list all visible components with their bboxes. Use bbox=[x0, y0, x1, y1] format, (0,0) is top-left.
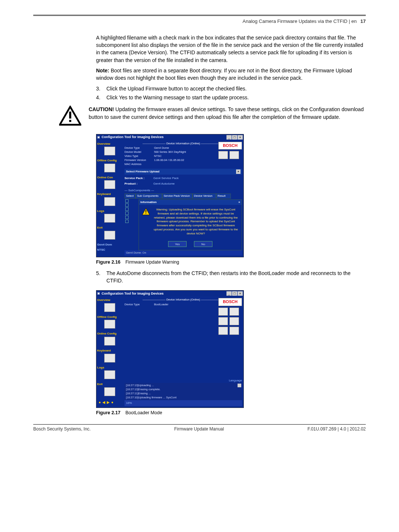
checkbox[interactable] bbox=[125, 199, 129, 203]
note-label: Note: bbox=[96, 68, 109, 73]
paragraph-intro: A highlighted filename with a check mark… bbox=[96, 34, 366, 64]
online-config-icon[interactable] bbox=[104, 180, 115, 189]
titlebar: ▣ Configuration Tool for Imaging Devices… bbox=[96, 291, 243, 296]
save-button[interactable] bbox=[229, 151, 239, 159]
dialog-close-button[interactable]: × bbox=[238, 200, 240, 205]
exit-icon[interactable] bbox=[104, 387, 115, 396]
log-line: [18:27:10]Uploading firmware ... SysCont bbox=[126, 396, 241, 400]
status-bar: Gen4 Dome: On bbox=[125, 250, 242, 256]
download-button[interactable] bbox=[218, 317, 228, 325]
checkbox[interactable] bbox=[125, 220, 129, 223]
step-text: Click Yes to the Warning message to star… bbox=[106, 94, 249, 101]
panel-close-button[interactable]: × bbox=[236, 169, 241, 174]
subcomponents-label: — SubComponents — bbox=[125, 188, 242, 193]
page-footer: Bosch Security Systems, Inc. Firmware Up… bbox=[33, 426, 366, 432]
step-4: 4. Click Yes to the Warning message to s… bbox=[96, 94, 366, 101]
no-button[interactable]: No bbox=[194, 241, 212, 247]
close-button[interactable]: × bbox=[238, 291, 243, 296]
sidebar-item-exit[interactable]: Exit bbox=[97, 226, 122, 230]
app-icon: ▣ bbox=[97, 135, 100, 140]
open-folder-button[interactable] bbox=[218, 308, 228, 316]
step-5: 5. The AutoDome disconnects from the CTF… bbox=[96, 270, 366, 285]
tool-button-1[interactable] bbox=[218, 327, 228, 335]
footer-center: Firmware Update Manual bbox=[174, 426, 224, 432]
checkbox[interactable] bbox=[125, 203, 129, 207]
window-title: Configuration Tool for Imaging Devices bbox=[102, 291, 226, 296]
checkbox[interactable] bbox=[125, 207, 129, 211]
caution-text: Updating the firmware erases all device … bbox=[89, 106, 364, 120]
table-header: Select Sub Components Service Pack Versi… bbox=[125, 193, 242, 199]
logs-icon[interactable] bbox=[104, 214, 115, 223]
maximize-button[interactable]: □ bbox=[232, 291, 237, 296]
checkbox[interactable] bbox=[125, 212, 129, 215]
sidebar-item-online[interactable]: Online Config bbox=[97, 332, 122, 336]
sidebar-item-overview[interactable]: Overview bbox=[97, 298, 122, 302]
main-panel: BOSCH ------------------------- Device I… bbox=[123, 140, 243, 257]
sidebar-item-gen4: Gen4 Dom bbox=[97, 243, 122, 247]
figure-title: BootLoader Mode bbox=[125, 410, 162, 415]
exit-icon[interactable] bbox=[104, 231, 115, 240]
offline-config-icon[interactable] bbox=[104, 320, 115, 329]
footer-left: Bosch Security Systems, Inc. bbox=[33, 426, 91, 432]
warning-icon bbox=[142, 208, 150, 215]
sidebar-item-overview[interactable]: Overview bbox=[97, 142, 122, 146]
sidebar-item-exit[interactable]: Exit bbox=[97, 382, 122, 387]
caution-label: CAUTION! bbox=[89, 106, 114, 112]
step-text: The AutoDome disconnects from the CTFID;… bbox=[106, 270, 366, 285]
logs-icon[interactable] bbox=[104, 370, 115, 379]
bosch-logo: BOSCH bbox=[218, 142, 242, 150]
log-line: [18:27:13]Erasing complete. bbox=[126, 388, 241, 392]
overview-icon[interactable] bbox=[104, 147, 115, 155]
step-num: 4. bbox=[96, 94, 106, 101]
open-folder-button[interactable] bbox=[218, 151, 228, 159]
overview-icon[interactable] bbox=[104, 303, 115, 312]
app-icon: ▣ bbox=[97, 291, 100, 296]
offline-config-icon[interactable] bbox=[104, 164, 115, 172]
header-rule bbox=[33, 15, 366, 16]
maximize-button[interactable]: □ bbox=[232, 135, 237, 140]
note-paragraph: Note: Boot files are stored in a separat… bbox=[96, 67, 366, 82]
sidebar-item-logs[interactable]: Logs bbox=[97, 209, 122, 213]
sidebar: Overview Offline Config Online Con Keybo… bbox=[96, 140, 123, 257]
sidebar-item-keyboard[interactable]: Keyboard bbox=[97, 349, 122, 353]
online-config-icon[interactable] bbox=[104, 337, 115, 346]
minimize-button[interactable]: _ bbox=[226, 291, 232, 296]
language-link[interactable]: Language bbox=[218, 378, 242, 383]
nav-arrows[interactable]: ●◀▶● bbox=[97, 399, 122, 406]
upload-button[interactable] bbox=[229, 317, 239, 325]
svg-rect-1 bbox=[69, 111, 71, 119]
running-header: Analog Camera Firmware Updates via the C… bbox=[33, 18, 366, 25]
figure-2-17: ▣ Configuration Tool for Imaging Devices… bbox=[96, 290, 366, 416]
figure-label: Figure 2.17 bbox=[96, 410, 120, 415]
bosch-logo: BOSCH bbox=[218, 298, 242, 306]
log-panel: [18:27:13]Uploading ... [18:27:13]Erasin… bbox=[125, 383, 242, 401]
checkbox-column bbox=[125, 199, 131, 250]
scrollbar[interactable] bbox=[238, 384, 241, 387]
close-button[interactable]: × bbox=[238, 135, 243, 140]
keyboard-icon[interactable] bbox=[104, 197, 115, 206]
sidebar-item-offline[interactable]: Offline Config bbox=[97, 158, 122, 163]
tool-button-2[interactable] bbox=[229, 327, 239, 335]
titlebar: ▣ Configuration Tool for Imaging Devices… bbox=[96, 134, 243, 140]
save-button[interactable] bbox=[229, 308, 239, 316]
sidebar-item-keyboard[interactable]: Keyboard bbox=[97, 192, 122, 196]
caution-paragraph: CAUTION! Updating the firmware erases al… bbox=[89, 106, 366, 128]
ctfid-window-1: ▣ Configuration Tool for Imaging Devices… bbox=[96, 134, 244, 258]
page-number: 17 bbox=[361, 18, 366, 25]
step-text: Click the Upload Firmware button to acce… bbox=[106, 85, 247, 92]
keyboard-icon[interactable] bbox=[104, 354, 115, 363]
sidebar-item-logs[interactable]: Logs bbox=[97, 365, 122, 370]
yes-button[interactable]: Yes bbox=[168, 241, 187, 247]
figure-2-16: ▣ Configuration Tool for Imaging Devices… bbox=[96, 134, 366, 266]
minimize-button[interactable]: _ bbox=[226, 135, 232, 140]
log-line: [18:27:11]Erasing ... bbox=[126, 392, 241, 396]
footer-right: F.01U.097.269 | 4.0 | 2012.02 bbox=[307, 426, 366, 432]
warning-triangle-icon bbox=[59, 106, 81, 128]
section-select-firmware: Select Firmware Upload × bbox=[125, 169, 242, 175]
sidebar-item-offline[interactable]: Offline Config bbox=[97, 315, 122, 319]
checkbox[interactable] bbox=[125, 216, 129, 219]
figure-title: Firmware Update Warning bbox=[125, 260, 179, 265]
sidebar-item-online[interactable]: Online Con bbox=[97, 175, 122, 180]
svg-rect-5 bbox=[146, 213, 146, 214]
main-panel: BOSCH Language Help ? ------------------… bbox=[123, 296, 243, 408]
